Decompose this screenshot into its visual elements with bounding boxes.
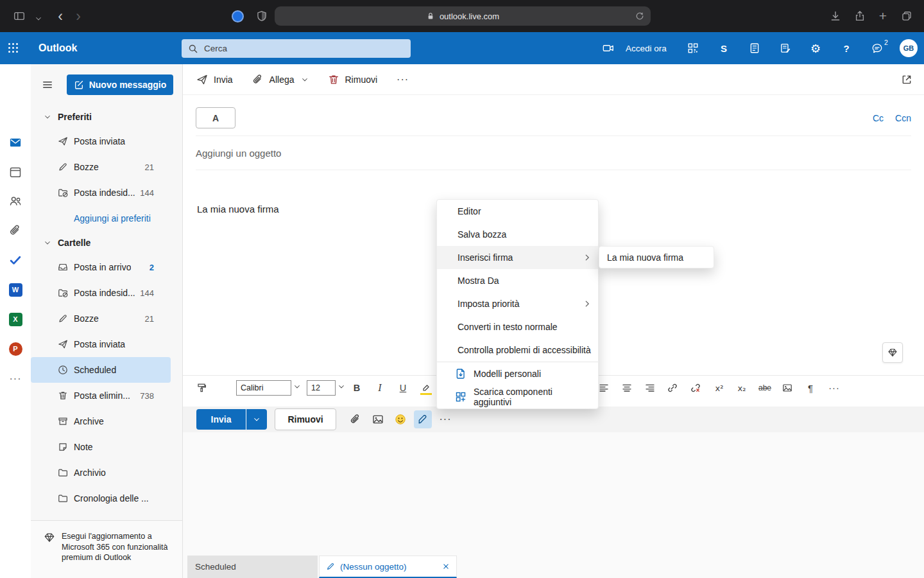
italic-icon[interactable]: I bbox=[371, 379, 389, 397]
premium-upsell[interactable]: Esegui l'aggiornamento a Microsoft 365 c… bbox=[31, 520, 182, 578]
address-bar[interactable]: outlook.live.com bbox=[275, 6, 651, 26]
excel-icon[interactable]: X bbox=[8, 312, 22, 326]
search-input[interactable]: Cerca bbox=[182, 39, 411, 58]
folder-item-archive[interactable]: Archive bbox=[31, 408, 171, 434]
menu-item-converti-testo[interactable]: Converti in testo normale bbox=[437, 315, 598, 338]
new-tab-icon[interactable]: + bbox=[875, 9, 891, 23]
menu-item-imposta-priorita[interactable]: Imposta priorità bbox=[437, 292, 598, 315]
align-center-icon[interactable] bbox=[618, 379, 636, 397]
formatting-overflow-icon[interactable]: ··· bbox=[825, 379, 843, 397]
font-size-select[interactable]: 12 bbox=[307, 380, 336, 396]
camera-icon[interactable] bbox=[601, 40, 616, 56]
notes-icon[interactable] bbox=[778, 40, 793, 56]
app-launcher-icon[interactable] bbox=[8, 43, 19, 53]
mail-icon[interactable] bbox=[8, 136, 22, 150]
settings-gear-icon[interactable]: ⚙ bbox=[808, 40, 823, 56]
subscript-icon[interactable]: x₂ bbox=[733, 379, 751, 397]
align-right-icon[interactable] bbox=[641, 379, 659, 397]
cc-button[interactable]: Cc bbox=[873, 113, 884, 123]
insert-image-icon[interactable] bbox=[778, 379, 796, 397]
folder-item-posta-inviata[interactable]: Posta inviata bbox=[31, 331, 171, 357]
share-icon[interactable] bbox=[852, 9, 868, 23]
send-options-chevron-icon[interactable] bbox=[246, 409, 267, 430]
send-button[interactable]: Invia bbox=[196, 409, 246, 430]
paragraph-direction-icon[interactable]: ¶ bbox=[801, 379, 819, 397]
extension-icon[interactable] bbox=[230, 9, 245, 23]
subject-field[interactable]: Aggiungi un oggetto bbox=[196, 136, 911, 170]
signature-submenu-item[interactable]: La mia nuova firma bbox=[599, 246, 714, 268]
attach-toolbar-button[interactable]: Allega bbox=[252, 74, 309, 85]
skype-icon[interactable]: S bbox=[716, 40, 732, 56]
font-name-select[interactable]: Calibri bbox=[236, 380, 291, 396]
signin-link[interactable]: Accedi ora bbox=[626, 32, 667, 64]
sidebar-item-posta-inviata[interactable]: Posta inviata bbox=[31, 128, 171, 154]
folder-item-scheduled[interactable]: Scheduled bbox=[31, 357, 171, 383]
folder-item-note[interactable]: Note bbox=[31, 434, 171, 460]
attach-file-icon[interactable] bbox=[346, 410, 364, 428]
menu-item-mostra-da[interactable]: Mostra Da bbox=[437, 269, 598, 292]
superscript-icon[interactable]: x² bbox=[710, 379, 728, 397]
remove-link-icon[interactable] bbox=[687, 379, 705, 397]
tab-scheduled[interactable]: Scheduled bbox=[187, 556, 318, 578]
menu-item-componenti-aggiuntivi[interactable]: Scarica componenti aggiuntivi bbox=[437, 385, 598, 408]
open-in-new-window-icon[interactable] bbox=[901, 74, 912, 85]
sidebar-item-posta-indesiderata[interactable]: Posta indesid... 144 bbox=[31, 180, 171, 206]
format-painter-icon[interactable] bbox=[193, 379, 210, 397]
folder-item-posta-in-arrivo[interactable]: Posta in arrivo 2 bbox=[31, 254, 171, 280]
add-to-favorites-link[interactable]: Aggiungi ai preferiti bbox=[31, 206, 182, 231]
chevron-down-icon[interactable] bbox=[293, 383, 301, 390]
chevron-down-icon[interactable] bbox=[338, 383, 345, 390]
sidebar-item-bozze[interactable]: Bozze 21 bbox=[31, 154, 171, 180]
menu-item-editor[interactable]: Editor bbox=[437, 200, 598, 223]
attachments-icon[interactable] bbox=[8, 223, 22, 238]
underline-icon[interactable]: U bbox=[394, 379, 412, 397]
toolbar-overflow-icon[interactable]: ··· bbox=[397, 74, 409, 85]
help-icon[interactable]: ? bbox=[839, 40, 854, 56]
word-icon[interactable]: W bbox=[8, 283, 22, 297]
people-icon[interactable] bbox=[8, 194, 22, 208]
premium-diamond-button[interactable] bbox=[882, 342, 903, 363]
to-button[interactable]: A bbox=[196, 107, 235, 128]
back-icon[interactable]: ‹ bbox=[53, 9, 68, 23]
shield-icon[interactable] bbox=[254, 9, 270, 23]
reader-icon[interactable] bbox=[747, 40, 762, 56]
folder-item-bozze[interactable]: Bozze 21 bbox=[31, 306, 171, 331]
tab-overview-icon[interactable] bbox=[899, 9, 914, 23]
more-apps-icon[interactable]: ··· bbox=[8, 372, 22, 386]
folder-item-posta-eliminata[interactable]: Posta elimin... 738 bbox=[31, 383, 171, 408]
todo-icon[interactable] bbox=[8, 253, 22, 267]
discard-toolbar-button[interactable]: Rimuovi bbox=[328, 74, 378, 85]
chevron-down-icon[interactable] bbox=[31, 12, 46, 26]
menu-item-salva-bozza[interactable]: Salva bozza bbox=[437, 223, 598, 246]
hamburger-icon[interactable] bbox=[42, 79, 53, 91]
reload-icon[interactable] bbox=[635, 11, 645, 21]
calendar-icon[interactable] bbox=[8, 165, 22, 179]
folder-item-archivio[interactable]: Archivio bbox=[31, 460, 171, 486]
to-field-row[interactable]: A Cc Ccn bbox=[196, 100, 911, 136]
feedback-chat-icon[interactable] bbox=[869, 40, 885, 56]
send-toolbar-button[interactable]: Invia bbox=[196, 74, 233, 85]
tab-draft[interactable]: (Nessun oggetto) bbox=[319, 556, 457, 578]
emoji-icon[interactable] bbox=[391, 410, 409, 428]
draw-pen-icon[interactable] bbox=[414, 410, 432, 428]
strikethrough-icon[interactable]: abe bbox=[756, 379, 774, 397]
menu-item-modelli-personali[interactable]: Modelli personali bbox=[437, 362, 598, 385]
download-icon[interactable] bbox=[828, 9, 843, 23]
folders-section-header[interactable]: Cartelle bbox=[31, 231, 182, 254]
powerpoint-icon[interactable]: P bbox=[8, 342, 22, 356]
insert-link-icon[interactable] bbox=[663, 379, 681, 397]
discard-button[interactable]: Rimuovi bbox=[275, 408, 336, 430]
bcc-button[interactable]: Ccn bbox=[895, 113, 911, 123]
insert-picture-icon[interactable] bbox=[369, 410, 387, 428]
forward-icon[interactable]: › bbox=[71, 9, 86, 23]
menu-item-accessibilita[interactable]: Controlla problemi di accessibilità bbox=[437, 338, 598, 362]
highlighter-icon[interactable] bbox=[417, 379, 435, 397]
folder-item-cronologia[interactable]: Cronologia delle ... bbox=[31, 486, 171, 511]
qr-code-icon[interactable] bbox=[685, 40, 701, 56]
sidebar-toggle-icon[interactable] bbox=[12, 9, 27, 23]
new-message-button[interactable]: Nuovo messaggio bbox=[67, 74, 173, 95]
avatar[interactable]: GB bbox=[900, 39, 918, 57]
favorites-section-header[interactable]: Preferiti bbox=[31, 105, 182, 128]
menu-item-inserisci-firma[interactable]: Inserisci firma bbox=[437, 246, 598, 269]
send-bar-overflow-icon[interactable]: ··· bbox=[436, 410, 454, 428]
